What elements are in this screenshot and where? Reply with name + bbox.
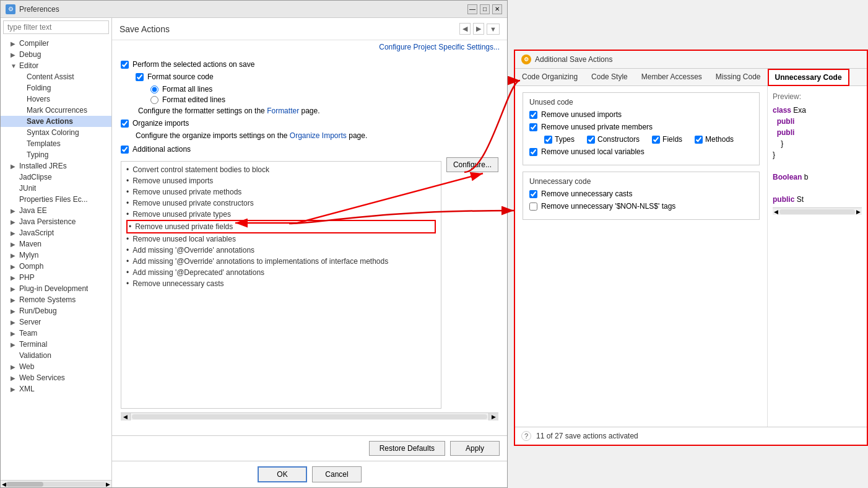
tree-item-folding[interactable]: Folding (1, 82, 111, 94)
nav-forward-button[interactable]: ▶ (473, 23, 484, 35)
filter-input[interactable] (3, 20, 109, 34)
tree-item-compiler[interactable]: ▶ Compiler (1, 38, 111, 49)
scroll-right-button[interactable]: ▶ (488, 413, 498, 420)
tree-item-templates[interactable]: Templates (1, 138, 111, 149)
tree-item-oomph[interactable]: ▶ Oomph (1, 261, 111, 272)
tree-item-javascript[interactable]: ▶ JavaScript (1, 227, 111, 238)
code-text: St (794, 195, 804, 204)
remove-casts-checkbox[interactable] (529, 190, 537, 198)
close-button[interactable]: ✕ (492, 4, 502, 14)
tab-code-style[interactable]: Code Style (584, 69, 635, 85)
sidebar: ▶ Compiler ▶ Debug ▼ Editor Content Assi… (1, 18, 112, 487)
additional-title-text: Additional Save Actions (535, 55, 612, 64)
apply-button[interactable]: Apply (450, 441, 500, 456)
tab-code-organizing[interactable]: Code Organizing (515, 69, 584, 85)
action-text: Add missing '@Override' annotations (132, 246, 254, 255)
configure-button[interactable]: Configure... (446, 157, 498, 172)
remove-imports-checkbox[interactable] (529, 111, 537, 119)
tree-item-web-services[interactable]: ▶ Web Services (1, 372, 111, 383)
tree-item-editor[interactable]: ▼ Editor (1, 60, 111, 71)
expand-icon: ▶ (11, 40, 17, 47)
format-source-checkbox[interactable] (136, 73, 144, 81)
tree-item-jadclipse[interactable]: JadClipse (1, 172, 111, 183)
organize-imports-link[interactable]: Organize Imports (290, 131, 347, 140)
sidebar-scrollbar[interactable]: ◀ ▶ (1, 480, 111, 487)
cancel-button[interactable]: Cancel (312, 466, 362, 482)
additional-actions-label: Additional actions (132, 145, 191, 154)
methods-checkbox[interactable] (695, 136, 703, 144)
format-all-radio[interactable] (150, 85, 158, 94)
fields-checkbox[interactable] (652, 136, 660, 144)
code-line: publi (773, 127, 862, 138)
preview-scroll-left[interactable]: ◀ (773, 209, 779, 215)
tree-item-plugin-dev[interactable]: ▶ Plug-in Development (1, 283, 111, 294)
tab-unnecessary-code[interactable]: Unnecessary Code (768, 69, 849, 86)
restore-defaults-button[interactable]: Restore Defaults (369, 441, 445, 456)
preview-scroll-right[interactable]: ▶ (855, 209, 862, 215)
help-icon[interactable]: ? (521, 431, 531, 441)
tree-item-installed-jres[interactable]: ▶ Installed JREs (1, 160, 111, 172)
tree-label: Web (19, 362, 34, 371)
tree-label: XML (19, 385, 35, 393)
scroll-right-icon[interactable]: ▶ (106, 481, 110, 487)
tree-item-syntax-coloring[interactable]: Syntax Coloring (1, 127, 111, 138)
maximize-button[interactable]: □ (480, 4, 490, 14)
tree-item-xml[interactable]: ▶ XML (1, 383, 111, 394)
minimize-button[interactable]: — (467, 4, 477, 14)
additional-actions-checkbox[interactable] (121, 146, 129, 154)
scroll-left-icon[interactable]: ◀ (2, 481, 6, 487)
remove-nls-checkbox[interactable] (529, 203, 537, 211)
tree-label: Run/Debug (19, 307, 57, 315)
tree-item-maven[interactable]: ▶ Maven (1, 238, 111, 250)
tree-item-debug[interactable]: ▶ Debug (1, 49, 111, 60)
tree-item-terminal[interactable]: ▶ Terminal (1, 339, 111, 350)
tree-label: Syntax Coloring (27, 128, 79, 137)
tree-item-content-assist[interactable]: Content Assist (1, 71, 111, 82)
tree-item-remote-systems[interactable]: ▶ Remote Systems (1, 294, 111, 305)
tab-missing-code[interactable]: Missing Code (709, 69, 768, 85)
tree-item-java-persistence[interactable]: ▶ Java Persistence (1, 216, 111, 227)
format-edited-radio[interactable] (150, 96, 158, 104)
remove-local-checkbox[interactable] (529, 148, 537, 156)
remove-private-row: Remove unused private members (529, 123, 753, 131)
list-item: Remove unused private types (126, 209, 436, 220)
tree-item-web[interactable]: ▶ Web (1, 361, 111, 372)
tree-item-properties[interactable]: Properties Files Ec... (1, 194, 111, 205)
organize-imports-checkbox[interactable] (121, 120, 129, 128)
types-checkbox[interactable] (544, 136, 552, 144)
tree-item-team[interactable]: ▶ Team (1, 328, 111, 339)
code-text: b (802, 173, 808, 181)
tree-item-junit[interactable]: JUnit (1, 183, 111, 194)
scroll-left-button[interactable]: ◀ (121, 413, 131, 420)
tree-item-mark-occurrences[interactable]: Mark Occurrences (1, 105, 111, 116)
tree-item-typing[interactable]: Typing (1, 149, 111, 160)
configure-project-link[interactable]: Configure Project Specific Settings... (112, 40, 507, 54)
bottom-bar: Restore Defaults Apply (112, 435, 507, 461)
tree-label: Properties Files Ec... (19, 195, 88, 204)
tree-item-javaee[interactable]: ▶ Java EE (1, 205, 111, 216)
remove-private-checkbox[interactable] (529, 123, 537, 131)
tree-item-mylyn[interactable]: ▶ Mylyn (1, 250, 111, 261)
horizontal-scrollbar[interactable]: ◀ ▶ (121, 412, 498, 420)
tree-item-save-actions[interactable]: Save Actions (1, 116, 111, 127)
tree-label: Compiler (19, 39, 49, 48)
page-title: Save Actions (119, 24, 170, 34)
perform-on-save-checkbox[interactable] (121, 61, 129, 69)
tree-item-php[interactable]: ▶ PHP (1, 272, 111, 283)
tree-item-server[interactable]: ▶ Server (1, 316, 111, 328)
expand-icon: ▶ (11, 330, 17, 337)
tree-item-validation[interactable]: Validation (1, 350, 111, 361)
tab-member-accesses[interactable]: Member Accesses (635, 69, 709, 85)
tree-item-hovers[interactable]: Hovers (1, 94, 111, 105)
code-line: } (773, 149, 862, 160)
tree-item-run-debug[interactable]: ▶ Run/Debug (1, 305, 111, 316)
nav-menu-button[interactable]: ▼ (487, 24, 500, 35)
action-text: Remove unused private fields (135, 222, 233, 231)
constructors-checkbox[interactable] (587, 136, 595, 144)
preview-scrollbar[interactable]: ◀ ▶ (773, 207, 862, 215)
scroll-track (6, 482, 106, 487)
nav-back-button[interactable]: ◀ (459, 23, 471, 35)
formatter-link[interactable]: Formatter (267, 107, 299, 115)
ok-button[interactable]: OK (258, 466, 307, 482)
code-line: public St (773, 194, 862, 205)
